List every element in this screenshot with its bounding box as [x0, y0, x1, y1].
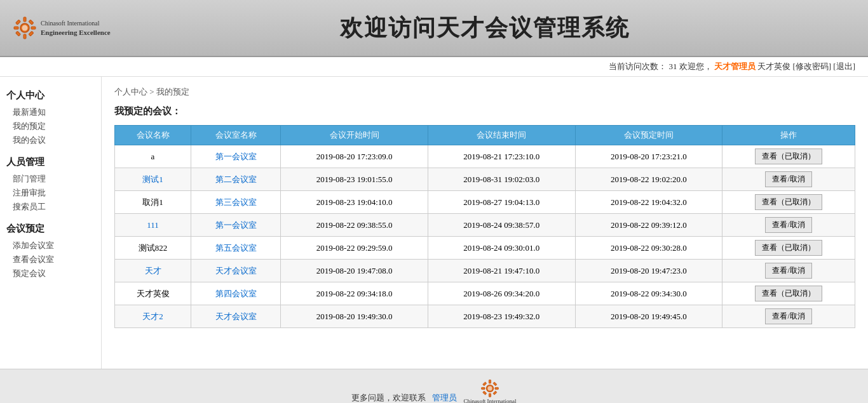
cell-action[interactable]: 查看（已取消）	[722, 191, 855, 214]
col-action: 操作	[722, 126, 855, 145]
svg-rect-17	[483, 391, 487, 395]
action-button[interactable]: 查看（已取消）	[755, 149, 822, 164]
action-button[interactable]: 查看（已取消）	[755, 286, 822, 301]
table-body: a第一会议室2019-08-20 17:23:09.02019-08-21 17…	[115, 145, 855, 328]
header: Chinasoft International Engineering Exce…	[0, 0, 868, 57]
cell-start-time: 2019-08-20 19:49:30.0	[281, 305, 428, 328]
action-button[interactable]: 查看/取消	[765, 217, 811, 233]
cell-reserved-time: 2019-08-22 19:02:20.0	[575, 168, 722, 191]
cell-room-name: 第三会议室	[191, 191, 281, 214]
svg-rect-4	[31, 27, 36, 29]
cell-room-name: 第二会议室	[191, 168, 281, 191]
table-row: a第一会议室2019-08-20 17:23:09.02019-08-21 17…	[115, 145, 855, 168]
cell-room-name: 天才会议室	[191, 305, 281, 328]
table-row: 天才2天才会议室2019-08-20 19:49:30.02019-08-23 …	[115, 305, 855, 328]
sidebar-item-dept-management[interactable]: 部门管理	[6, 172, 95, 186]
footer-text: 更多问题，欢迎联系	[351, 392, 426, 403]
sidebar-item-my-meetings[interactable]: 我的会议	[6, 133, 95, 147]
cell-end-time: 2019-08-27 19:04:13.0	[428, 191, 575, 214]
svg-rect-1	[24, 17, 26, 22]
action-button[interactable]: 查看/取消	[765, 308, 811, 324]
header-title: 欢迎访问天才会议管理系统	[114, 13, 855, 44]
cell-reserved-time: 2019-08-22 09:34:30.0	[575, 282, 722, 305]
cell-meeting-name: a	[115, 145, 191, 168]
logo-area: Chinasoft International Engineering Exce…	[13, 16, 114, 40]
table-row: 天才天才会议室2019-08-20 19:47:08.02019-08-21 1…	[115, 260, 855, 282]
svg-rect-8	[29, 31, 34, 36]
cell-end-time: 2019-08-24 09:38:57.0	[428, 214, 575, 237]
content-area: 个人中心 > 我的预定 我预定的会议： 会议名称 会议室名称 会议开始时间 会议…	[102, 77, 868, 369]
cell-room-name: 第四会议室	[191, 282, 281, 305]
table-row: 测试1第二会议室2019-08-23 19:01:55.02019-08-31 …	[115, 168, 855, 191]
cell-start-time: 2019-08-22 09:38:55.0	[281, 214, 428, 237]
cell-reserved-time: 2019-08-20 19:47:23.0	[575, 260, 722, 282]
sidebar-item-view-rooms[interactable]: 查看会议室	[6, 253, 95, 267]
col-room-name: 会议室名称	[191, 126, 281, 145]
cell-start-time: 2019-08-20 19:47:08.0	[281, 260, 428, 282]
status-bar: 当前访问次数： 31 欢迎您， 天才管理员 天才英俊 [修改密码] [退出]	[0, 57, 868, 77]
action-button[interactable]: 查看（已取消）	[755, 240, 822, 256]
cell-action[interactable]: 查看（已取消）	[722, 145, 855, 168]
cell-end-time: 2019-08-24 09:30:01.0	[428, 237, 575, 260]
footer-logo: Chinasoft International Engineering Exce…	[463, 379, 516, 403]
svg-rect-3	[14, 27, 18, 29]
breadcrumb: 个人中心 > 我的预定	[114, 86, 855, 98]
sidebar-item-search-staff[interactable]: 搜索员工	[6, 200, 95, 214]
cell-meeting-name: 天才2	[115, 305, 191, 328]
cell-end-time: 2019-08-26 09:34:20.0	[428, 282, 575, 305]
svg-rect-16	[493, 382, 497, 386]
cell-meeting-name: 111	[115, 214, 191, 237]
visit-label: 当前访问次数：	[609, 62, 667, 71]
footer-admin-link[interactable]: 管理员	[432, 392, 457, 403]
cell-room-name: 第一会议室	[191, 145, 281, 168]
cell-action[interactable]: 查看（已取消）	[722, 282, 855, 305]
footer-gear-icon	[480, 379, 499, 398]
svg-point-9	[22, 25, 28, 31]
sidebar-item-reg-approval[interactable]: 注册审批	[6, 186, 95, 200]
logo-text: Chinasoft International Engineering Exce…	[41, 20, 111, 36]
svg-rect-14	[495, 387, 499, 389]
logout-link[interactable]: [退出]	[833, 62, 855, 71]
cell-end-time: 2019-08-31 19:02:03.0	[428, 168, 575, 191]
sidebar-item-reserve-meeting[interactable]: 预定会议	[6, 267, 95, 281]
action-button[interactable]: 查看（已取消）	[755, 194, 822, 210]
cell-action[interactable]: 查看/取消	[722, 214, 855, 237]
cell-reserved-time: 2019-08-22 19:04:32.0	[575, 191, 722, 214]
svg-rect-12	[489, 393, 491, 397]
svg-rect-2	[24, 34, 26, 39]
action-button[interactable]: 查看/取消	[765, 263, 811, 279]
cell-action[interactable]: 查看/取消	[722, 260, 855, 282]
cell-start-time: 2019-08-23 19:04:10.0	[281, 191, 428, 214]
sidebar-item-latest-notice[interactable]: 最新通知	[6, 105, 95, 119]
cell-reserved-time: 2019-08-20 17:23:21.0	[575, 145, 722, 168]
cell-reserved-time: 2019-08-22 09:30:28.0	[575, 237, 722, 260]
gear-icon	[13, 16, 37, 40]
cell-meeting-name: 取消1	[115, 191, 191, 214]
change-password-link[interactable]: [修改密码]	[792, 62, 831, 71]
svg-rect-5	[16, 20, 21, 25]
sidebar-item-my-reservations[interactable]: 我的预定	[6, 119, 95, 133]
svg-rect-11	[489, 380, 491, 384]
logo-top: Chinasoft International Engineering Exce…	[13, 16, 111, 40]
cell-reserved-time: 2019-08-22 09:39:12.0	[575, 214, 722, 237]
cell-room-name: 天才会议室	[191, 260, 281, 282]
footer: 更多问题，欢迎联系 管理员 Chinasoft International En…	[0, 369, 868, 403]
visit-count: 31	[668, 62, 677, 71]
reservations-table: 会议名称 会议室名称 会议开始时间 会议结束时间 会议预定时间 操作 a第一会议…	[114, 125, 855, 328]
sidebar-item-add-room[interactable]: 添加会议室	[6, 239, 95, 253]
user-role: 天才管理员	[714, 62, 756, 71]
cell-action[interactable]: 查看/取消	[722, 168, 855, 191]
table-header: 会议名称 会议室名称 会议开始时间 会议结束时间 会议预定时间 操作	[115, 126, 855, 145]
col-start-time: 会议开始时间	[281, 126, 428, 145]
table-row: 天才英俊第四会议室2019-08-22 09:34:18.02019-08-26…	[115, 282, 855, 305]
col-end-time: 会议结束时间	[428, 126, 575, 145]
table-row: 111第一会议室2019-08-22 09:38:55.02019-08-24 …	[115, 214, 855, 237]
cell-action[interactable]: 查看/取消	[722, 305, 855, 328]
cell-action[interactable]: 查看（已取消）	[722, 237, 855, 260]
sidebar-section-personnel: 人员管理	[6, 156, 95, 168]
footer-logo-company: Chinasoft International	[463, 398, 516, 403]
sidebar-section-meeting: 会议预定	[6, 223, 95, 235]
svg-rect-6	[29, 20, 34, 25]
action-button[interactable]: 查看/取消	[765, 171, 811, 187]
svg-point-19	[487, 386, 492, 390]
